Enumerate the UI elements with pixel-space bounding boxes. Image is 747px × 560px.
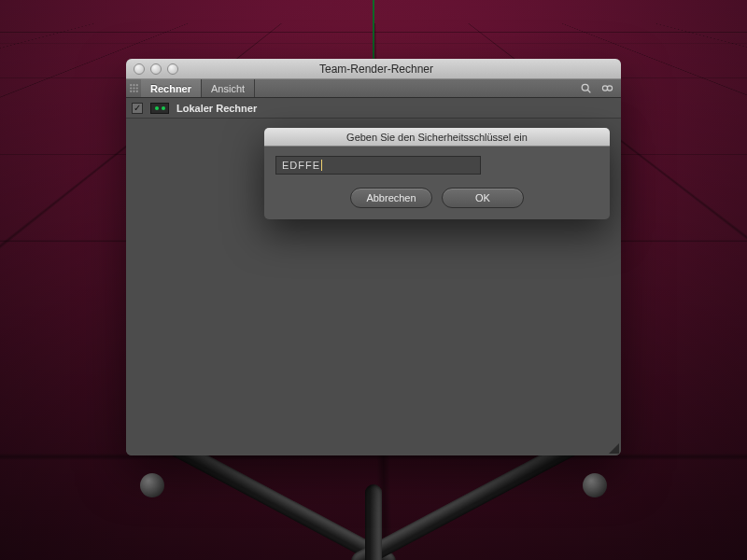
tab-label: Ansicht (211, 83, 245, 94)
svg-point-4 (133, 87, 134, 89)
status-indicator (150, 103, 169, 114)
svg-point-7 (133, 91, 134, 92)
tab-label: Rechner (150, 83, 191, 94)
svg-point-0 (130, 84, 132, 86)
svg-point-5 (135, 87, 137, 89)
input-value: EDFFE (282, 160, 320, 171)
text-caret (321, 160, 322, 171)
truss-object (149, 481, 598, 560)
svg-point-9 (582, 84, 588, 91)
search-icon[interactable] (580, 82, 592, 94)
button-label: OK (475, 192, 490, 203)
svg-point-3 (130, 87, 132, 89)
titlebar[interactable]: Team-Render-Rechner (126, 59, 621, 79)
machine-row[interactable]: ✓ Lokaler Rechner (126, 98, 621, 119)
resize-handle[interactable] (609, 443, 619, 454)
team-render-window: Team-Render-Rechner Rechner Ansicht ✓ Lo… (126, 59, 621, 455)
machine-checkbox[interactable]: ✓ (132, 103, 143, 114)
svg-point-8 (135, 91, 137, 92)
machine-label: Lokaler Rechner (176, 103, 257, 114)
tab-ansicht[interactable]: Ansicht (202, 79, 255, 97)
ok-button[interactable]: OK (442, 188, 524, 208)
svg-point-2 (135, 84, 137, 86)
svg-point-6 (130, 91, 132, 92)
grip-icon[interactable] (126, 79, 141, 97)
svg-point-1 (133, 84, 134, 86)
security-key-dialog: Geben Sie den Sicherheitsschlüssel ein E… (264, 128, 610, 219)
tab-rechner[interactable]: Rechner (141, 79, 202, 97)
options-icon[interactable] (601, 82, 613, 94)
tab-bar: Rechner Ansicht (126, 79, 621, 98)
window-title: Team-Render-Rechner (139, 63, 613, 76)
security-key-input[interactable]: EDFFE (275, 156, 481, 175)
svg-line-10 (587, 90, 590, 92)
cancel-button[interactable]: Abbrechen (350, 188, 432, 208)
dialog-title: Geben Sie den Sicherheitsschlüssel ein (264, 128, 610, 147)
button-label: Abbrechen (366, 192, 416, 203)
